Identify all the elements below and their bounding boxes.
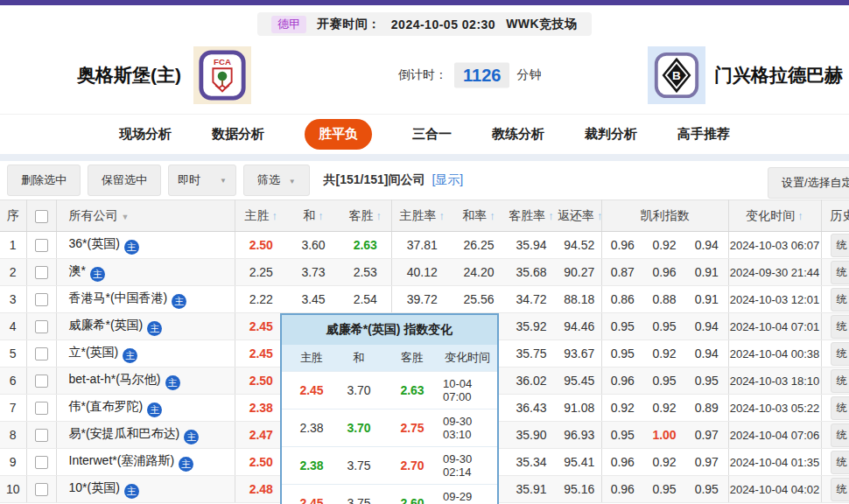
stats-button[interactable]: 统 bbox=[831, 478, 849, 501]
company-cell: 香港马*(中国香港)主 bbox=[56, 286, 235, 313]
analysis-tabs: 现场分析 数据分析 胜平负 三合一 教练分析 裁判分析 高手推荐 bbox=[0, 114, 849, 154]
home-odds[interactable]: 2.25 bbox=[235, 259, 287, 286]
popup-home-odds: 2.45 bbox=[289, 383, 334, 397]
row-checkbox[interactable] bbox=[35, 293, 48, 306]
stats-button[interactable]: 统 bbox=[831, 261, 849, 284]
tab-data-analysis[interactable]: 数据分析 bbox=[212, 126, 264, 143]
venue-name: WWK竞技场 bbox=[506, 17, 578, 32]
home-team-block: 奥格斯堡(主) FCA bbox=[77, 46, 251, 104]
draw-odds[interactable]: 3.73 bbox=[287, 259, 340, 286]
home-odds[interactable]: 2.38 bbox=[235, 395, 287, 422]
away-odds[interactable]: 2.53 bbox=[340, 259, 391, 286]
svg-text:FCA: FCA bbox=[214, 57, 231, 66]
company-name[interactable]: 威廉希*(英国) bbox=[69, 318, 144, 332]
stats-button[interactable]: 统 bbox=[831, 315, 849, 339]
change-time: 2024-10-04 00:38 bbox=[728, 340, 821, 368]
row-checkbox[interactable] bbox=[35, 402, 48, 415]
company-name[interactable]: 36*(英国) bbox=[69, 236, 120, 250]
row-checkbox-cell bbox=[26, 395, 56, 422]
history-cell: 统 bbox=[821, 368, 849, 395]
stats-button[interactable]: 统 bbox=[831, 451, 849, 474]
draw-odds[interactable]: 3.45 bbox=[287, 286, 340, 313]
kelly-away: 0.91 bbox=[685, 286, 728, 313]
tab-expert-recommend[interactable]: 高手推荐 bbox=[677, 126, 730, 143]
return-rate: 91.08 bbox=[558, 395, 601, 422]
select-all-checkbox[interactable] bbox=[35, 210, 48, 223]
stats-button[interactable]: 统 bbox=[831, 342, 849, 366]
sort-asc-icon: ↑ bbox=[548, 209, 554, 222]
history-cell: 统 bbox=[821, 259, 849, 286]
row-checkbox[interactable] bbox=[35, 429, 48, 442]
tab-three-in-one[interactable]: 三合一 bbox=[412, 126, 452, 143]
settings-select-button[interactable]: 设置/选择自定义 bbox=[768, 167, 849, 199]
away-odds[interactable]: 2.54 bbox=[340, 286, 391, 313]
popup-header-home: 主胜 bbox=[289, 350, 334, 366]
company-name[interactable]: 易*(安提瓜和巴布达) bbox=[69, 426, 180, 440]
company-name[interactable]: 香港马*(中国香港) bbox=[69, 290, 168, 304]
header-home-odds[interactable]: 主胜↑ bbox=[235, 200, 287, 232]
company-name[interactable]: 伟*(直布罗陀) bbox=[69, 399, 144, 413]
kelly-draw: 1.00 bbox=[643, 422, 685, 449]
home-odds[interactable]: 2.48 bbox=[235, 476, 287, 503]
delete-selected-button[interactable]: 删除选中 bbox=[7, 164, 81, 196]
home-odds[interactable]: 2.45 bbox=[235, 313, 287, 340]
history-cell: 统 bbox=[821, 476, 849, 503]
company-name[interactable]: 澳* bbox=[69, 263, 86, 277]
company-name[interactable]: bet-at-h*(马尔他) bbox=[69, 372, 161, 386]
away-win-rate: 35.94 bbox=[505, 232, 558, 259]
stats-button[interactable]: 统 bbox=[831, 288, 849, 312]
row-checkbox[interactable] bbox=[35, 239, 48, 252]
chevron-down-icon: ▼ bbox=[220, 177, 227, 185]
away-odds[interactable]: 2.63 bbox=[340, 232, 391, 259]
header-away-rate[interactable]: 客胜率↑ bbox=[505, 200, 558, 232]
stats-button[interactable]: 统 bbox=[831, 234, 849, 257]
header-away-odds[interactable]: 客胜↑ bbox=[340, 200, 391, 232]
home-odds[interactable]: 2.50 bbox=[235, 232, 287, 259]
company-cell: 澳*主 bbox=[56, 259, 235, 286]
company-name[interactable]: Interwet*(塞浦路斯) bbox=[69, 453, 175, 467]
odds-mode-dropdown[interactable]: 即时 ▼ bbox=[168, 164, 236, 196]
header-company[interactable]: 所有公司▼ bbox=[56, 200, 235, 232]
home-win-rate: 40.12 bbox=[391, 259, 453, 286]
row-checkbox[interactable] bbox=[35, 320, 48, 333]
company-name[interactable]: 立*(英国) bbox=[69, 345, 119, 359]
away-team-name: 门兴格拉德巴赫 bbox=[714, 63, 843, 88]
popup-draw-odds: 3.70 bbox=[334, 383, 383, 397]
home-odds[interactable]: 2.22 bbox=[235, 286, 287, 313]
row-index: 2 bbox=[0, 259, 26, 286]
keep-selected-button[interactable]: 保留选中 bbox=[88, 164, 161, 196]
tab-live-analysis[interactable]: 现场分析 bbox=[119, 126, 172, 143]
history-cell: 统 bbox=[821, 422, 849, 449]
stats-button[interactable]: 统 bbox=[831, 369, 849, 393]
show-link[interactable]: [显示] bbox=[432, 172, 463, 186]
header-draw-rate[interactable]: 和率↑ bbox=[453, 200, 505, 232]
filter-dropdown[interactable]: 筛选 ▼ bbox=[243, 164, 310, 196]
header-home-rate[interactable]: 主胜率↑ bbox=[391, 200, 453, 232]
row-checkbox[interactable] bbox=[35, 456, 48, 469]
home-odds[interactable]: 2.45 bbox=[235, 340, 287, 368]
history-cell: 统 bbox=[821, 286, 849, 313]
tab-referee-analysis[interactable]: 裁判分析 bbox=[585, 126, 637, 143]
popup-home-odds: 2.38 bbox=[289, 421, 334, 435]
stats-button[interactable]: 统 bbox=[831, 396, 849, 420]
popup-home-odds: 2.38 bbox=[289, 458, 334, 472]
row-checkbox-cell bbox=[26, 286, 56, 313]
company-name[interactable]: 10*(英国) bbox=[69, 480, 120, 494]
row-checkbox[interactable] bbox=[35, 266, 48, 279]
header-draw-odds[interactable]: 和↑ bbox=[287, 200, 340, 232]
return-rate: 94.46 bbox=[558, 313, 601, 340]
header-return-rate[interactable]: 返还率↑ bbox=[558, 200, 601, 232]
row-checkbox[interactable] bbox=[35, 347, 48, 360]
home-odds[interactable]: 2.50 bbox=[235, 368, 287, 395]
row-checkbox[interactable] bbox=[35, 483, 48, 496]
home-odds[interactable]: 2.50 bbox=[235, 449, 287, 476]
draw-odds[interactable]: 3.60 bbox=[287, 232, 340, 259]
table-row: 3 香港马*(中国香港)主 2.22 3.45 2.54 39.72 25.56… bbox=[0, 286, 849, 313]
countdown-block: 倒计时： 1126 分钟 bbox=[398, 62, 541, 88]
row-checkbox[interactable] bbox=[35, 374, 48, 388]
header-change-time[interactable]: 变化时间↑ bbox=[728, 200, 821, 232]
home-odds[interactable]: 2.47 bbox=[235, 422, 287, 449]
tab-win-draw-lose[interactable]: 胜平负 bbox=[305, 119, 372, 150]
stats-button[interactable]: 统 bbox=[831, 424, 849, 447]
tab-coach-analysis[interactable]: 教练分析 bbox=[492, 126, 544, 143]
